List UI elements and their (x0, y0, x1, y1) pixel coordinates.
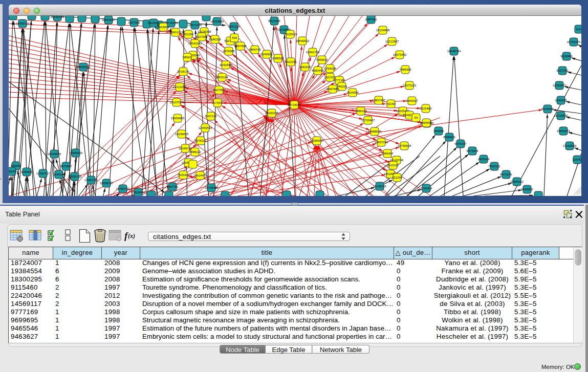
svg-text:20053346: 20053346 (77, 65, 91, 69)
svg-text:7955812: 7955812 (316, 58, 328, 61)
svg-text:(x): (x) (128, 232, 135, 239)
svg-text:16914479: 16914479 (193, 174, 207, 177)
svg-text:9329966: 9329966 (560, 55, 573, 58)
svg-text:252254: 252254 (392, 176, 403, 179)
svg-text:16782759: 16782759 (116, 187, 130, 190)
svg-text:9463627: 9463627 (406, 99, 418, 102)
svg-text:6497568: 6497568 (326, 87, 339, 91)
svg-text:116753: 116753 (572, 158, 581, 161)
svg-text:164095: 164095 (433, 129, 444, 133)
svg-text:12923468: 12923468 (132, 191, 145, 194)
svg-text:10958107: 10958107 (100, 182, 114, 185)
svg-text:8578332: 8578332 (194, 139, 207, 142)
svg-text:6879197: 6879197 (454, 142, 467, 145)
svg-text:20091406: 20091406 (51, 16, 64, 18)
svg-text:1498222: 1498222 (189, 150, 201, 154)
svg-text:8215958: 8215958 (541, 107, 554, 111)
svg-text:9975867: 9975867 (60, 165, 72, 168)
svg-text:9146821: 9146821 (260, 53, 273, 56)
svg-text:7986322: 7986322 (355, 110, 367, 113)
svg-text:9474444: 9474444 (466, 149, 478, 152)
svg-text:3624554: 3624554 (346, 91, 359, 94)
svg-text:8427552: 8427552 (213, 89, 225, 92)
svg-text:10543342: 10543342 (188, 42, 202, 45)
svg-text:16210643: 16210643 (554, 114, 568, 117)
svg-text:15692971: 15692971 (557, 129, 571, 133)
svg-text:835061: 835061 (11, 164, 21, 167)
svg-text:8471676: 8471676 (500, 173, 512, 176)
svg-text:17957255: 17957255 (84, 179, 98, 182)
svg-text:1527602: 1527602 (128, 21, 140, 24)
svg-text:20206576: 20206576 (48, 152, 61, 156)
svg-text:64: 64 (415, 116, 418, 119)
svg-text:12213369: 12213369 (173, 85, 187, 89)
svg-text:8186328: 8186328 (209, 38, 221, 41)
svg-text:17359924: 17359924 (69, 151, 83, 155)
svg-text:10653287: 10653287 (102, 18, 116, 21)
svg-text:3267130: 3267130 (205, 115, 217, 118)
svg-text:10107554: 10107554 (170, 101, 184, 104)
svg-text:3875685: 3875685 (223, 50, 235, 53)
svg-text:6794028: 6794028 (324, 67, 336, 70)
svg-text:7485063: 7485063 (399, 68, 411, 71)
svg-text:9327506: 9327506 (195, 35, 208, 38)
svg-text:2803144: 2803144 (216, 76, 228, 79)
svg-text:7625402: 7625402 (177, 173, 189, 177)
svg-text:12213967: 12213967 (385, 40, 399, 43)
svg-text:9242848: 9242848 (220, 63, 232, 67)
svg-text:10961758: 10961758 (306, 51, 320, 54)
svg-text:7515526: 7515526 (147, 21, 160, 25)
svg-text:19384554: 19384554 (310, 139, 324, 142)
svg-text:1145194: 1145194 (53, 173, 66, 176)
svg-text:16154808: 16154808 (376, 29, 390, 32)
svg-text:25300205: 25300205 (265, 112, 279, 115)
svg-text:12342757: 12342757 (36, 172, 50, 175)
svg-text:1244415: 1244415 (555, 99, 567, 102)
svg-text:8322035: 8322035 (285, 60, 297, 63)
svg-text:10046726: 10046726 (179, 147, 192, 150)
svg-text:8454749: 8454749 (249, 48, 261, 51)
svg-text:9457791: 9457791 (166, 185, 179, 188)
svg-text:19654983: 19654983 (171, 117, 185, 120)
svg-text:1588520: 1588520 (272, 57, 284, 60)
svg-text:15716485: 15716485 (205, 186, 219, 189)
svg-text:891295: 891295 (183, 33, 194, 36)
svg-text:15751074: 15751074 (567, 40, 581, 43)
svg-text:8938923: 8938923 (443, 136, 455, 139)
svg-text:817004: 817004 (212, 101, 223, 104)
svg-text:546: 546 (232, 36, 237, 39)
svg-text:10807487: 10807487 (372, 99, 386, 102)
svg-text:10973493: 10973493 (393, 53, 407, 56)
svg-text:9227342: 9227342 (556, 69, 569, 72)
svg-text:39159: 39159 (9, 170, 16, 173)
svg-text:16033809: 16033809 (210, 20, 224, 23)
svg-text:7632621: 7632621 (488, 165, 500, 168)
svg-text:15720407: 15720407 (361, 119, 375, 122)
svg-text:10688609: 10688609 (368, 130, 382, 133)
svg-text:12505135: 12505135 (68, 175, 82, 178)
svg-text:8813054: 8813054 (268, 19, 280, 23)
svg-text:12093872: 12093872 (553, 84, 567, 87)
svg-text:2967608: 2967608 (234, 45, 247, 48)
svg-text:12975115: 12975115 (403, 84, 417, 87)
svg-text:1156829: 1156829 (21, 170, 33, 173)
svg-text:8990448: 8990448 (312, 69, 324, 72)
svg-text:2718176: 2718176 (177, 70, 189, 73)
svg-text:12353594: 12353594 (199, 126, 212, 129)
svg-text:1733426: 1733426 (420, 187, 432, 190)
svg-text:62160: 62160 (387, 102, 396, 105)
svg-text:14055724: 14055724 (16, 22, 30, 25)
svg-text:14136141: 14136141 (373, 185, 387, 188)
svg-text:9115460: 9115460 (420, 107, 432, 110)
svg-text:16648784: 16648784 (447, 50, 461, 53)
svg-text:1615112: 1615112 (387, 164, 400, 167)
svg-text:9777169: 9777169 (333, 79, 345, 82)
svg-text:10756928: 10756928 (398, 144, 411, 147)
svg-text:2087682: 2087682 (365, 18, 377, 21)
svg-text:10654112: 10654112 (510, 180, 524, 183)
svg-text:9084067: 9084067 (381, 152, 394, 155)
svg-text:18640910: 18640910 (296, 39, 310, 42)
svg-text:9245652: 9245652 (521, 188, 533, 191)
svg-text:7357224: 7357224 (228, 25, 240, 28)
svg-text:18724007: 18724007 (288, 103, 301, 106)
